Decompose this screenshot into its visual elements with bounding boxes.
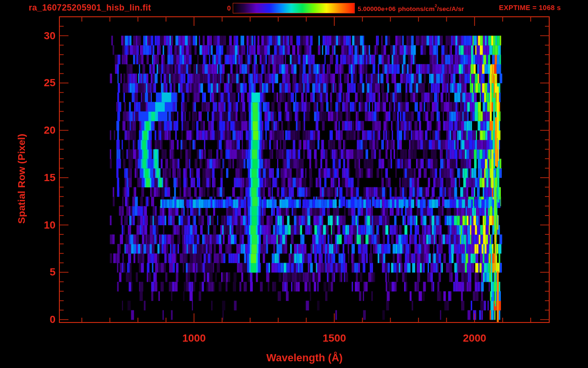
spectral-image-viewer: ra_160725205901_hisb_lin.fit 0 5.00000e+… xyxy=(0,0,588,368)
x-tick-label-2000: 2000 xyxy=(453,332,496,345)
y-tick-label-30: 30 xyxy=(22,30,56,42)
exptime-label: EXPTIME = 1068 s xyxy=(499,4,561,12)
filename-title: ra_160725205901_hisb_lin.fit xyxy=(29,3,151,13)
y-axis-title: Spatial Row (Pixel) xyxy=(16,134,27,224)
x-tick-label-1000: 1000 xyxy=(172,332,215,345)
colorbar-min-label: 0 xyxy=(211,4,231,12)
colorbar-units-suffix: /sec/A/sr xyxy=(437,5,464,12)
colorbar-units: photons/cm xyxy=(398,5,435,12)
colorbar xyxy=(233,3,355,13)
colorbar-units-exponent: 2 xyxy=(435,3,437,8)
colorbar-max-label: 5.00000e+06photons/cm2/sec/A/sr xyxy=(358,4,464,12)
colorbar-max-value: 5.00000e+06 xyxy=(358,5,396,12)
y-tick-label-5: 5 xyxy=(22,266,56,278)
spectrogram-plot xyxy=(0,0,588,368)
y-tick-label-0: 0 xyxy=(22,313,56,326)
y-tick-label-25: 25 xyxy=(22,77,56,89)
x-axis-title: Wavelength (Å) xyxy=(266,352,342,364)
x-tick-label-1500: 1500 xyxy=(313,332,356,345)
